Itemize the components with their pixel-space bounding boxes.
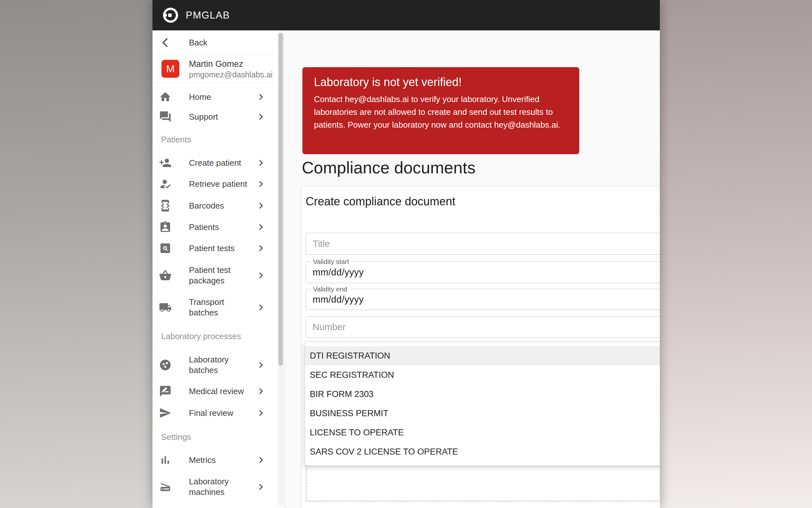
menu-item-bir-form-2303[interactable]: BIR FORM 2303 — [305, 384, 660, 404]
truck-icon — [159, 301, 172, 314]
chevron-right-icon — [257, 271, 265, 280]
sidebar-item-label: Laboratory batches — [189, 354, 245, 376]
app-window: PMGLAB Back M Martin Gomez pmgomez@dashl… — [152, 0, 660, 508]
menu-item-dti-registration[interactable]: DTI REGISTRATION — [305, 346, 660, 365]
main-content: Laboratory is not yet verified! Contact … — [285, 30, 660, 508]
sidebar-item-create-patient[interactable]: Create patient — [152, 152, 278, 173]
desktop-background-left — [0, 0, 152, 508]
sidebar-item-label: Support — [189, 112, 253, 122]
desktop-background-right — [660, 0, 812, 508]
sidebar-item-label: Barcodes — [189, 201, 253, 211]
section-title: Patients — [161, 135, 191, 144]
chevron-right-icon — [257, 456, 265, 464]
sidebar-item-label: Retrieve patient — [189, 179, 253, 189]
sidebar-item-patient-tests[interactable]: Patient tests — [152, 238, 278, 259]
user-meta: Martin Gomez pmgomez@dashlabs.ai — [189, 58, 273, 80]
alert-body: Contact hey@dashlabs.ai to verify your l… — [314, 93, 568, 131]
sidebar-item-label: Home — [189, 92, 253, 102]
batch-sphere-icon — [159, 358, 172, 371]
document-type-menu: DTI REGISTRATION SEC REGISTRATION BIR FO… — [305, 342, 660, 465]
patient-badge-icon — [159, 221, 172, 234]
chevron-right-icon — [257, 93, 265, 101]
chevron-right-icon — [257, 361, 265, 369]
send-icon — [159, 407, 172, 419]
logo-eye — [168, 13, 172, 17]
sidebar-scrollbar-thumb[interactable] — [279, 33, 283, 366]
search-document-icon — [159, 242, 172, 255]
sidebar-item-label: Patients — [189, 222, 253, 232]
sidebar-item-label: Medical review — [189, 386, 253, 397]
scanner-icon — [159, 480, 172, 493]
barcode-scanner-icon — [159, 199, 172, 212]
sidebar-item-final-review[interactable]: Final review — [152, 403, 278, 424]
sidebar-item-support[interactable]: Support — [152, 106, 278, 127]
screenshot-canvas: PMGLAB Back M Martin Gomez pmgomez@dashl… — [0, 0, 812, 508]
sidebar-item-retrieve-patient[interactable]: Retrieve patient — [152, 173, 278, 195]
sidebar-section-patients: Patients — [152, 134, 278, 145]
sidebar-item-label: Laboratory machines — [189, 476, 245, 498]
sidebar-item-label: Create patient — [189, 158, 253, 168]
user-email: pmgomez@dashlabs.ai — [189, 70, 273, 80]
sidebar-item-label: Patient test packages — [189, 265, 245, 286]
avatar: M — [161, 60, 179, 78]
user-name: Martin Gomez — [189, 58, 273, 70]
bar-chart-icon — [159, 454, 172, 466]
basket-icon — [159, 269, 172, 282]
validity-end-label: Validity end — [311, 285, 349, 293]
validity-end-field: Validity end — [305, 289, 660, 310]
menu-item-sec-registration[interactable]: SEC REGISTRATION — [305, 365, 660, 384]
chevron-right-icon — [257, 303, 265, 311]
sidebar-item-label: Patient tests — [189, 243, 253, 254]
chevron-right-icon — [257, 113, 265, 121]
menu-item-business-permit[interactable]: BUSINESS PERMIT — [305, 404, 660, 423]
chevron-right-icon — [257, 387, 265, 395]
chevron-right-icon — [257, 244, 265, 252]
sidebar-item-label: Transport batches — [189, 297, 245, 318]
chevron-right-icon — [257, 159, 265, 167]
number-field — [305, 316, 660, 338]
sidebar-user-profile[interactable]: M Martin Gomez pmgomez@dashlabs.ai — [152, 55, 278, 83]
sidebar-item-barcodes[interactable]: Barcodes — [152, 195, 278, 216]
sidebar-item-transport-batches[interactable]: Transport batches — [152, 291, 278, 324]
chevron-right-icon — [257, 202, 265, 210]
title-input[interactable] — [306, 233, 660, 254]
sidebar-item-label: Final review — [189, 408, 253, 418]
sidebar: Back M Martin Gomez pmgomez@dashlabs.ai … — [152, 30, 285, 508]
rate-review-icon — [159, 385, 172, 398]
menu-item-sars-cov-2-license-to-operate[interactable]: SARS COV 2 LICENSE TO OPERATE — [305, 442, 660, 461]
sidebar-item-medical-review[interactable]: Medical review — [152, 381, 278, 402]
support-chat-icon — [159, 110, 172, 123]
title-field — [305, 233, 660, 255]
chevron-right-icon — [257, 409, 265, 417]
logo-notch — [163, 14, 167, 17]
card-title: Create compliance document — [305, 195, 455, 208]
sidebar-scrollbar-track[interactable] — [278, 32, 284, 505]
section-title: Laboratory processes — [161, 331, 241, 341]
section-title: Settings — [161, 432, 191, 442]
chevron-right-icon — [257, 483, 265, 491]
sidebar-item-laboratory-machines[interactable]: Laboratory machines — [152, 471, 278, 503]
sidebar-item-patient-test-packages[interactable]: Patient test packages — [152, 259, 278, 291]
back-label: Back — [189, 37, 253, 48]
app-header: PMGLAB — [152, 0, 660, 30]
validity-end-input[interactable] — [306, 289, 660, 310]
brand-logo-icon — [163, 8, 178, 23]
chevron-right-icon — [257, 180, 265, 188]
sidebar-item-patients[interactable]: Patients — [152, 217, 278, 238]
menu-item-license-to-operate[interactable]: LICENSE TO OPERATE — [305, 423, 660, 442]
sidebar-back-button[interactable]: Back — [152, 30, 278, 55]
validity-start-label: Validity start — [311, 257, 351, 266]
app-body: Back M Martin Gomez pmgomez@dashlabs.ai … — [152, 30, 660, 508]
sidebar-section-settings: Settings — [152, 431, 278, 442]
alert-banner: Laboratory is not yet verified! Contact … — [302, 67, 579, 154]
sidebar-item-metrics[interactable]: Metrics — [152, 450, 278, 471]
sidebar-item-home[interactable]: Home — [152, 86, 278, 108]
page-title: Compliance documents — [302, 158, 475, 177]
sidebar-item-label: Metrics — [189, 455, 253, 465]
brand-title: PMGLAB — [186, 0, 230, 30]
sidebar-item-laboratory-batches[interactable]: Laboratory batches — [152, 349, 278, 381]
number-input[interactable] — [306, 317, 660, 338]
validity-start-input[interactable] — [306, 262, 660, 283]
validity-start-field: Validity start — [305, 261, 660, 283]
person-add-icon — [159, 157, 172, 169]
